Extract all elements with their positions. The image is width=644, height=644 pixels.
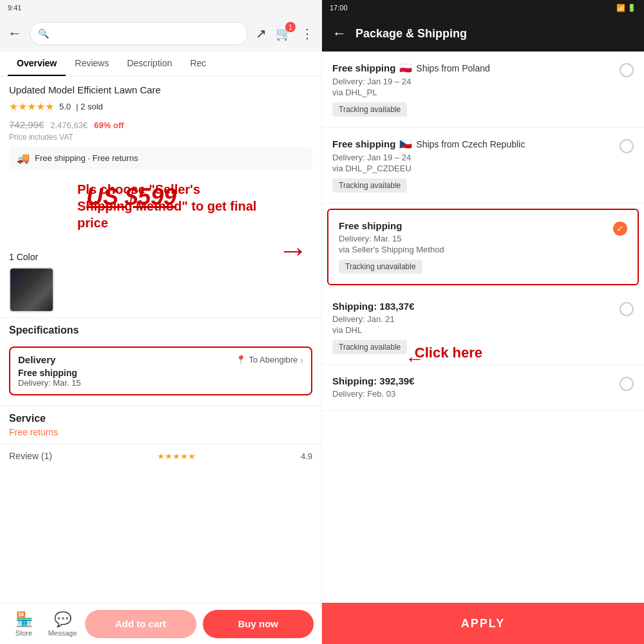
share-icon[interactable]: ↗ [256, 26, 267, 41]
flag-2: 🇨🇿 [399, 138, 412, 150]
click-here-label: Click here [415, 345, 482, 361]
add-to-cart-button[interactable]: Add to cart [85, 610, 196, 638]
discount-badge: 69% off [94, 120, 124, 130]
tab-description[interactable]: Description [118, 52, 181, 76]
review-header: Review (1) ★★★★★ 4.9 [0, 444, 321, 468]
specs-title: Specifications [9, 325, 312, 336]
arrow-left-icon: ← [405, 348, 424, 370]
option-delivery-5: Delivery: Feb. 03 [332, 389, 612, 399]
apply-button[interactable]: APPLY [461, 617, 505, 630]
flag-1: 🇵🇱 [399, 62, 412, 74]
bottom-bar-left: 🏪 Store 💬 Message Add to cart Buy now [0, 603, 321, 644]
option-title-3: Free shipping [339, 220, 402, 231]
option-title-4: Shipping: 183,37€ [332, 301, 415, 312]
option-title-row-5: Shipping: 392,39€ [332, 375, 612, 386]
option-delivery-3: Delivery: Mar. 15 [339, 234, 605, 243]
message-button[interactable]: 💬 Message [46, 611, 79, 637]
message-icon: 💬 [54, 611, 71, 628]
chevron-right-icon: › [300, 355, 303, 365]
option-content-1: Free shipping 🇵🇱 Ships from Poland Deliv… [332, 62, 612, 117]
specs-section: Specifications [0, 317, 321, 341]
tab-overview[interactable]: Overview [8, 52, 66, 76]
color-label: 1 Color [9, 252, 312, 262]
delivery-to: 📍 To Abengibre › [236, 355, 303, 365]
message-label: Message [48, 629, 77, 637]
top-bar-right: ← Package & Shipping [322, 15, 644, 52]
delivery-header: Delivery 📍 To Abengibre › [18, 354, 303, 365]
top-bar-left: ← 🔍 ↗ 🛒 1 ⋮ [0, 15, 321, 52]
status-bar-right: 17:00 📶 🔋 [322, 0, 644, 15]
back-button-left[interactable]: ← [8, 25, 22, 42]
cart-badge: 1 [285, 22, 296, 32]
option-delivery-4: Delivery: Jan. 21 [332, 314, 612, 324]
overlay-container: Pls choose "Seller's Shipping Method" to… [0, 181, 321, 252]
tab-rec[interactable]: Rec [181, 52, 215, 76]
signal-icons: 📶 🔋 [616, 4, 636, 12]
back-button-right[interactable]: ← [332, 25, 346, 42]
option-title-row-4: Shipping: 183,37€ [332, 301, 612, 312]
store-label: Store [15, 629, 32, 637]
rating-row: ★★★★★ 5.0 | 2 sold [9, 100, 312, 113]
shipping-badge: 🚚 Free shipping · Free returns [9, 147, 312, 169]
shipping-option-3[interactable]: Free shipping Delivery: Mar. 15 via Sell… [327, 209, 639, 285]
radio-3[interactable]: ✓ [613, 222, 627, 236]
store-button[interactable]: 🏪 Store [8, 611, 40, 637]
shipping-option-1[interactable]: Free shipping 🇵🇱 Ships from Poland Deliv… [322, 52, 644, 128]
no-tracking-badge-3: Tracking unavailable [339, 260, 422, 274]
service-text: Free returns [9, 427, 312, 437]
star-icons: ★★★★★ [157, 451, 196, 461]
tracking-badge-2: Tracking available [332, 178, 407, 193]
time-left: 9:41 [8, 4, 21, 12]
radio-4[interactable] [620, 302, 634, 316]
review-score: 4.9 [301, 451, 312, 461]
shipping-option-2[interactable]: Free shipping 🇨🇿 Ships from Czech Republ… [322, 128, 644, 204]
color-section: 1 Color [0, 252, 321, 317]
more-icon[interactable]: ⋮ [301, 26, 314, 41]
sold-count: | 2 sold [76, 102, 103, 111]
radio-5[interactable] [620, 377, 634, 391]
right-panel: 17:00 📶 🔋 ← Package & Shipping Free ship… [322, 0, 644, 644]
option-via-1: via DHL_PL [332, 88, 612, 97]
time-right: 17:00 [330, 4, 348, 12]
option-content-5: Shipping: 392,39€ Delivery: Feb. 03 [332, 375, 612, 400]
tab-reviews[interactable]: Reviews [66, 52, 118, 76]
radio-1[interactable] [620, 63, 634, 77]
truck-icon: 🚚 [17, 152, 30, 164]
tracking-badge-4: Tracking available [332, 340, 407, 354]
service-title: Service [9, 413, 312, 424]
option-title-row-3: Free shipping [339, 220, 605, 231]
option-title-row-2: Free shipping 🇨🇿 Ships from Czech Republ… [332, 138, 612, 150]
delivery-date: Delivery: Mar. 15 [18, 378, 303, 388]
radio-2[interactable] [620, 139, 634, 153]
product-info: Updated Model Efficient Lawn Care ★★★★★ … [0, 77, 321, 181]
option-via-4: via DHL [332, 325, 612, 335]
buy-now-button[interactable]: Buy now [203, 610, 314, 638]
option-title-2: Free shipping [332, 138, 395, 149]
top-icons: ↗ 🛒 1 ⋮ [256, 26, 314, 41]
service-section: Service Free returns [0, 406, 321, 444]
shipping-option-5[interactable]: Shipping: 392,39€ Delivery: Feb. 03 [322, 365, 644, 411]
search-bar[interactable]: 🔍 [30, 22, 248, 45]
store-icon: 🏪 [15, 611, 33, 628]
option-via-2: via DHL_P_CZDEEU [332, 164, 612, 173]
price-row: 742,99€ 2.476,63€ 69% off [9, 119, 312, 130]
arrow-right-icon: → [278, 232, 308, 268]
cart-icon[interactable]: 🛒 1 [276, 26, 292, 41]
check-icon: ✓ [616, 223, 624, 234]
color-option[interactable] [9, 267, 54, 312]
delivery-wrapper: Delivery 📍 To Abengibre › Free shipping … [0, 341, 321, 401]
search-icon: 🔍 [38, 28, 49, 39]
option-title-row-1: Free shipping 🇵🇱 Ships from Poland [332, 62, 612, 74]
left-panel: 9:41 ← 🔍 ↗ 🛒 1 ⋮ Overview Reviews Descri… [0, 0, 322, 644]
status-bar-left: 9:41 [0, 0, 321, 15]
delivery-free: Free shipping [18, 368, 303, 378]
location-icon: 📍 [236, 355, 246, 365]
stars: ★★★★★ [9, 100, 54, 113]
product-title: Updated Model Efficient Lawn Care [9, 84, 312, 95]
delivery-section[interactable]: Delivery 📍 To Abengibre › Free shipping … [9, 346, 312, 395]
option-from-1: Ships from Poland [416, 63, 489, 73]
delivery-title: Delivery [18, 354, 55, 365]
overlay-instruction: Pls choose "Seller's Shipping Method" to… [77, 181, 258, 231]
option-delivery-2: Delivery: Jan 19 – 24 [332, 153, 612, 162]
shipping-option-4[interactable]: Shipping: 183,37€ Delivery: Jan. 21 via … [322, 290, 644, 365]
